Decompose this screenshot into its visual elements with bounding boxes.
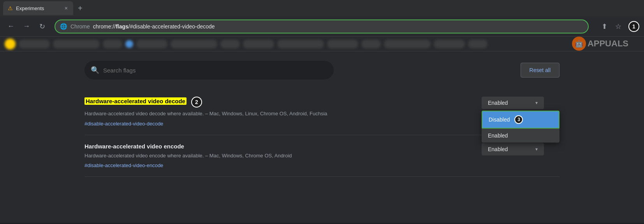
reload-button[interactable]: ↻ (36, 20, 48, 33)
tab-warning-icon: ⚠ (8, 5, 13, 11)
watermark-icon: 🤖 (572, 37, 586, 51)
bookmark-item-8[interactable] (277, 40, 324, 48)
flag-description-decode: Hardware-accelerated video decode where … (84, 110, 474, 118)
url-highlight: flags (116, 23, 128, 30)
tab-close-button[interactable]: × (64, 4, 69, 12)
bookmark-item-1[interactable] (19, 40, 50, 48)
flag-dropdown-decode[interactable]: Enabled ▾ (482, 97, 544, 109)
search-icon: 🔍 (91, 66, 99, 74)
search-bar-wrap: 🔍 Reset all (84, 61, 560, 79)
flag-link-decode[interactable]: #disable-accelerated-video-decode (84, 121, 163, 127)
dropdown-value-decode: Enabled (488, 100, 508, 106)
tab-strip: ⚠ Experiments × + (3, 1, 86, 15)
bookmark-item-4[interactable] (136, 40, 167, 48)
flag-title-encode: Hardware-accelerated video encode (84, 143, 474, 150)
bookmark-item-6[interactable] (220, 40, 240, 48)
page-content: 🔍 Reset all Hardware-accelerated video d… (0, 51, 644, 223)
bookmark-item-9[interactable] (327, 40, 358, 48)
tab-title: Experiments (16, 5, 61, 11)
dropdown-option-disabled-label: Disabled (489, 116, 510, 123)
bookmark-item-3[interactable] (103, 40, 122, 48)
chevron-down-icon-2: ▾ (535, 146, 538, 152)
dropdown-option-disabled[interactable]: Disabled 3 (482, 111, 560, 129)
back-button[interactable]: ← (5, 20, 17, 33)
bookmark-favicon-2 (125, 40, 133, 48)
flag-info-decode: Hardware-accelerated video decode 2 Hard… (84, 97, 474, 127)
bookmark-item-11[interactable] (384, 40, 431, 48)
watermark-text: APPUALS (588, 39, 628, 49)
chrome-label: Chrome (70, 23, 90, 30)
bookmark-item-5[interactable] (171, 40, 217, 48)
reset-all-button[interactable]: Reset all (521, 63, 560, 78)
bookmark-item-7[interactable] (243, 40, 274, 48)
annotation-badge-1: 1 (628, 21, 639, 32)
dropdown-option-enabled[interactable]: Enabled (482, 129, 560, 143)
bookmark-item-10[interactable] (361, 40, 381, 48)
flag-info-encode: Hardware-accelerated video encode Hardwa… (84, 143, 474, 169)
url-suffix: /#disable-accelerated-video-decode (128, 23, 215, 30)
dropdown-value-encode: Enabled (488, 146, 508, 152)
flags-container: 🔍 Reset all Hardware-accelerated video d… (69, 61, 575, 177)
flag-dropdown-encode[interactable]: Enabled ▾ (482, 143, 544, 155)
bookmarks-bar (0, 37, 644, 51)
flag-title-decode: Hardware-accelerated video decode (84, 97, 187, 105)
bookmark-button[interactable]: ☆ (612, 20, 625, 33)
address-bar[interactable]: 🌐 Chrome chrome://flags/#disable-acceler… (55, 19, 589, 34)
bookmark-item-12[interactable] (434, 40, 465, 48)
flag-control-decode: Enabled ▾ Disabled 3 Enabled (482, 97, 560, 109)
new-tab-button[interactable]: + (75, 2, 86, 14)
annotation-badge-3: 3 (514, 115, 523, 124)
address-text: chrome://flags/#disable-accelerated-vide… (93, 23, 215, 30)
bookmark-item-13[interactable] (468, 40, 487, 48)
flag-control-encode: Enabled ▾ (482, 143, 560, 155)
flag-item-decode: Hardware-accelerated video decode 2 Hard… (84, 89, 560, 135)
active-tab[interactable]: ⚠ Experiments × (3, 1, 73, 15)
title-bar: ⚠ Experiments × + (0, 0, 644, 16)
share-button[interactable]: ⬆ (598, 20, 611, 33)
url-prefix: chrome:// (93, 23, 116, 30)
bookmark-item-2[interactable] (53, 40, 100, 48)
flag-link-encode[interactable]: #disable-accelerated-video-encode (84, 162, 163, 168)
annotation-badge-2: 2 (191, 97, 202, 108)
nav-bar: ← → ↻ 🌐 Chrome chrome://flags/#disable-a… (0, 16, 644, 37)
globe-icon: 🌐 (60, 23, 67, 30)
bookmark-favicon-1 (5, 39, 16, 49)
forward-button[interactable]: → (20, 20, 33, 33)
flag-description-encode: Hardware-accelerated video encode where … (84, 152, 474, 160)
search-input-wrap[interactable]: 🔍 (84, 61, 334, 79)
search-input[interactable] (103, 67, 327, 74)
dropdown-open-decode: Disabled 3 Enabled (482, 111, 560, 143)
watermark: 🤖 APPUALS (572, 37, 628, 51)
nav-right-icons: ⬆ ☆ 1 (598, 20, 639, 33)
chevron-down-icon: ▾ (535, 100, 538, 106)
